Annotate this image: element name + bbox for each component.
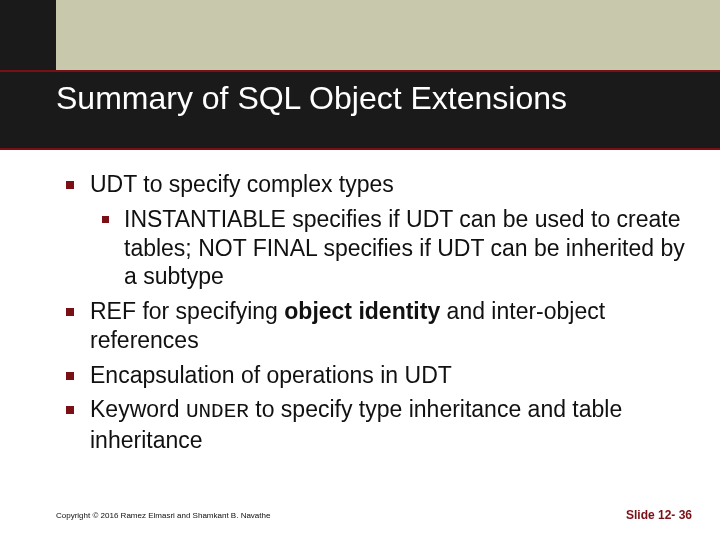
slide: Summary of SQL Object Extensions UDT to … [0,0,720,540]
bullet-under: Keyword UNDER to specify type inheritanc… [56,395,686,454]
title-band: Summary of SQL Object Extensions [0,70,720,150]
bullet-text: UDT to specify complex types [90,171,394,197]
slide-number: Slide 12- 36 [626,508,692,522]
bullet-text: INSTANTIABLE specifies if UDT can be use… [124,206,685,290]
top-decorative-band [0,0,720,70]
bullet-text-bold: object identity [284,298,440,324]
bullet-text-pre: Keyword [90,396,186,422]
copyright-text: Copyright © 2016 Ramez Elmasri and Shamk… [56,511,270,520]
body-content: UDT to specify complex types INSTANTIABL… [56,170,686,460]
bullet-encapsulation: Encapsulation of operations in UDT [56,361,686,390]
bullet-text: Encapsulation of operations in UDT [90,362,452,388]
keyword-under: UNDER [186,400,249,423]
bullet-ref: REF for specifying object identity and i… [56,297,686,355]
sub-bullet-instantiable: INSTANTIABLE specifies if UDT can be use… [56,205,686,291]
slide-title: Summary of SQL Object Extensions [56,80,567,117]
bullet-udt: UDT to specify complex types [56,170,686,199]
bullet-text-pre: REF for specifying [90,298,284,324]
